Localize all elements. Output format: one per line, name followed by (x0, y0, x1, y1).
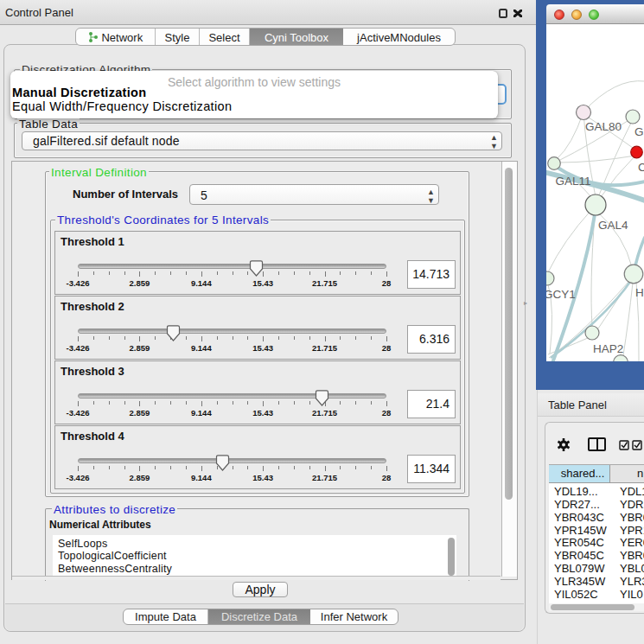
svg-text:GAL11: GAL11 (556, 175, 591, 188)
svg-text:G.: G. (634, 125, 644, 138)
svg-text:GAL4: GAL4 (598, 219, 628, 232)
svg-text:H: H (635, 286, 644, 299)
svg-text:GCY1: GCY1 (546, 288, 576, 301)
svg-text:GAL80: GAL80 (585, 120, 622, 133)
svg-text:HAP2: HAP2 (593, 342, 623, 355)
svg-text:C: C (638, 161, 644, 174)
